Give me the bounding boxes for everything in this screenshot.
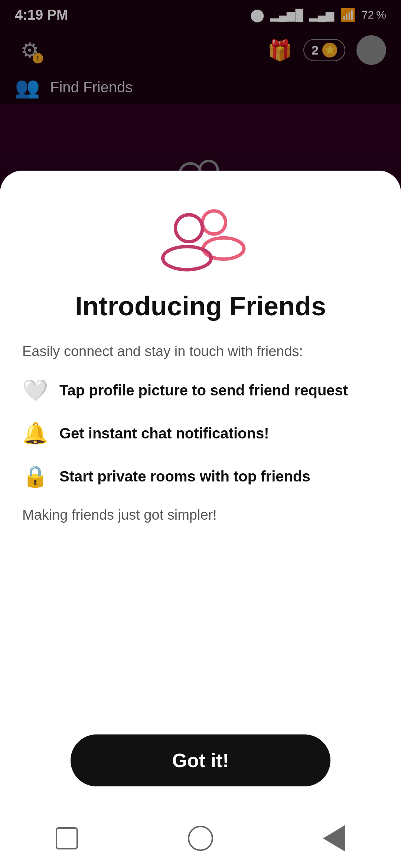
circle-icon xyxy=(188,826,213,851)
modal-subtitle: Easily connect and stay in touch with fr… xyxy=(22,343,303,359)
triangle-icon xyxy=(323,825,345,852)
feature-item-1: 🔔 Get instant chat notifications! xyxy=(22,421,379,445)
feature-item-2: 🔒 Start private rooms with top friends xyxy=(22,464,379,489)
svg-point-7 xyxy=(163,247,211,270)
feature-list: 🤍 Tap profile picture to send friend req… xyxy=(22,378,379,489)
feature-text-0: Tap profile picture to send friend reque… xyxy=(59,382,348,399)
feature-item-0: 🤍 Tap profile picture to send friend req… xyxy=(22,378,379,402)
bottom-sheet: Introducing Friends Easily connect and s… xyxy=(0,171,401,809)
feature-emoji-1: 🔔 xyxy=(22,421,48,445)
got-it-button[interactable]: Got it! xyxy=(71,734,330,786)
got-it-label: Got it! xyxy=(172,749,229,772)
feature-text-1: Get instant chat notifications! xyxy=(59,425,269,442)
home-button[interactable] xyxy=(186,823,215,853)
back-button[interactable] xyxy=(319,823,349,853)
svg-point-6 xyxy=(175,215,202,242)
svg-point-4 xyxy=(202,211,225,234)
feature-text-2: Start private rooms with top friends xyxy=(59,468,310,485)
recent-apps-button[interactable] xyxy=(52,823,82,853)
feature-emoji-2: 🔒 xyxy=(22,464,48,489)
making-friends-text: Making friends just got simpler! xyxy=(22,507,217,523)
feature-emoji-0: 🤍 xyxy=(22,378,48,402)
square-icon xyxy=(56,827,78,849)
modal-friends-icon xyxy=(152,200,249,291)
nav-bar xyxy=(0,809,401,868)
modal-title: Introducing Friends xyxy=(75,291,326,321)
